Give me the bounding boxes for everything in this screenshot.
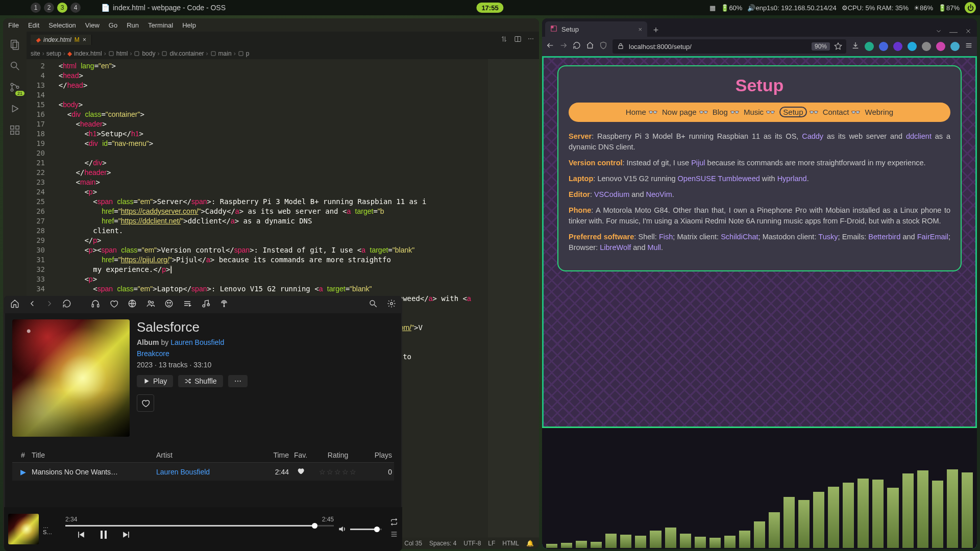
- bookmark-icon[interactable]: [834, 42, 842, 52]
- list-tabs-icon[interactable]: [935, 28, 942, 37]
- menu-file[interactable]: File: [8, 21, 19, 29]
- link-librewolf[interactable]: LibreWolf: [600, 243, 631, 252]
- queue-icon[interactable]: [183, 299, 192, 310]
- track-row[interactable]: ▶ Mansions No One Wants… Lauren Bousfiel…: [12, 463, 394, 481]
- nav-setup[interactable]: Setup: [779, 107, 806, 117]
- run-debug-icon[interactable]: [9, 103, 20, 114]
- hamburger-menu-icon[interactable]: [965, 41, 973, 52]
- workspace-1[interactable]: 1: [31, 3, 41, 13]
- page-content[interactable]: Setup Home👓 Now page👓 Blog👓 Music👓 Setup…: [542, 56, 977, 549]
- forward-icon[interactable]: [45, 299, 54, 310]
- volume-control[interactable]: [338, 524, 382, 534]
- link-schildichat[interactable]: SchildiChat: [721, 233, 758, 241]
- menu-selection[interactable]: Selection: [48, 21, 76, 29]
- favorites-icon[interactable]: [109, 299, 118, 310]
- close-tab-icon[interactable]: ×: [83, 36, 86, 43]
- menu-help[interactable]: Help: [182, 21, 196, 29]
- progress-bar[interactable]: [65, 525, 334, 527]
- diff-icon[interactable]: [500, 35, 508, 44]
- pause-button[interactable]: [97, 529, 110, 543]
- reload-icon[interactable]: [62, 299, 71, 310]
- workspace-4[interactable]: 4: [70, 3, 81, 13]
- link-pijul[interactable]: Pijul: [691, 159, 705, 167]
- url-input[interactable]: localhost:8000/setup/ 90%: [612, 39, 846, 54]
- community-icon[interactable]: [164, 299, 174, 310]
- link-opensuse[interactable]: OpenSUSE Tumbleweed: [678, 174, 760, 183]
- reload-button[interactable]: [573, 41, 581, 52]
- album-art[interactable]: [12, 319, 130, 437]
- zoom-level[interactable]: 90%: [812, 42, 830, 51]
- status-spaces[interactable]: Spaces: 4: [429, 540, 456, 547]
- breadcrumb[interactable]: site› setup› ◆ index.html› html› body› d…: [27, 48, 539, 59]
- shield-icon[interactable]: [599, 41, 607, 52]
- artist-link[interactable]: Lauren Bousfield: [170, 338, 224, 346]
- nav-webring[interactable]: Webring: [865, 108, 894, 116]
- queue-list-icon[interactable]: [390, 530, 398, 540]
- source-control-icon[interactable]: [9, 82, 20, 93]
- ext-icon[interactable]: [893, 42, 902, 51]
- close-window-icon[interactable]: [965, 28, 972, 37]
- status-encoding[interactable]: UTF-8: [463, 540, 481, 547]
- songs-icon[interactable]: [201, 299, 210, 310]
- podcasts-icon[interactable]: [219, 299, 229, 310]
- nav-now[interactable]: Now page: [662, 108, 697, 116]
- link-fairemail[interactable]: FairEmail: [917, 233, 948, 241]
- split-editor-icon[interactable]: [514, 35, 522, 44]
- search-icon[interactable]: [9, 60, 20, 71]
- nav-home[interactable]: Home: [626, 108, 646, 116]
- nav-blog[interactable]: Blog: [713, 108, 728, 116]
- link-ddclient[interactable]: ddclient: [906, 132, 932, 140]
- home-button[interactable]: [586, 41, 594, 52]
- menu-run[interactable]: Run: [127, 21, 139, 29]
- ext-icon[interactable]: [936, 42, 945, 51]
- ext-icon[interactable]: [865, 42, 874, 51]
- back-icon[interactable]: [28, 299, 37, 310]
- home-icon[interactable]: [10, 299, 19, 310]
- menu-edit[interactable]: Edit: [28, 21, 39, 29]
- settings-icon[interactable]: [387, 299, 396, 310]
- workspace-3[interactable]: 3: [57, 3, 67, 13]
- next-track-button[interactable]: [121, 530, 131, 542]
- downloads-icon[interactable]: [851, 41, 860, 52]
- more-actions-icon[interactable]: ⋯: [528, 35, 534, 44]
- explore-icon[interactable]: [128, 299, 137, 310]
- link-tusky[interactable]: Tusky: [818, 233, 838, 241]
- link-hyprland[interactable]: Hyprland: [777, 174, 807, 183]
- prev-track-button[interactable]: [76, 530, 86, 542]
- grid-icon[interactable]: ▦: [709, 4, 716, 12]
- menu-go[interactable]: Go: [109, 21, 117, 29]
- link-neovim[interactable]: NeoVim: [646, 190, 672, 198]
- minimize-icon[interactable]: —: [949, 28, 958, 37]
- status-col[interactable]: Col 35: [404, 540, 422, 547]
- ext-icon[interactable]: [879, 42, 888, 51]
- ext-icon[interactable]: [908, 42, 917, 51]
- close-tab-icon[interactable]: ×: [638, 26, 642, 33]
- forward-button[interactable]: [559, 41, 568, 52]
- shuffle-button[interactable]: Shuffle: [178, 375, 223, 387]
- new-tab-button[interactable]: +: [649, 23, 663, 37]
- minimap[interactable]: [488, 59, 539, 538]
- menu-view[interactable]: View: [85, 21, 100, 29]
- nav-contact[interactable]: Contact: [823, 108, 849, 116]
- headphones-icon[interactable]: [91, 299, 100, 310]
- repeat-icon[interactable]: [390, 518, 398, 528]
- back-button[interactable]: [546, 41, 554, 52]
- search-icon[interactable]: [369, 299, 378, 310]
- link-vscodium[interactable]: VSCodium: [594, 190, 629, 198]
- extensions-icon[interactable]: [9, 124, 20, 136]
- power-button[interactable]: ⏻: [965, 2, 976, 13]
- play-button[interactable]: Play: [137, 375, 173, 387]
- status-eol[interactable]: LF: [488, 540, 495, 547]
- ext-icon[interactable]: [922, 42, 931, 51]
- ext-icon[interactable]: [950, 42, 960, 51]
- nav-music[interactable]: Music: [744, 108, 764, 116]
- tab-index-html[interactable]: ◆ index.html M ×: [31, 35, 92, 45]
- favorite-album-button[interactable]: [137, 394, 154, 412]
- browser-tab[interactable]: Setup ×: [545, 21, 647, 37]
- link-betterbird[interactable]: Betterbird: [868, 233, 900, 241]
- link-mull[interactable]: Mull: [647, 243, 661, 252]
- genre-link[interactable]: Breakcore: [137, 349, 169, 358]
- link-caddy[interactable]: Caddy: [802, 132, 823, 140]
- explorer-icon[interactable]: [9, 39, 20, 50]
- link-fish[interactable]: Fish: [659, 233, 673, 241]
